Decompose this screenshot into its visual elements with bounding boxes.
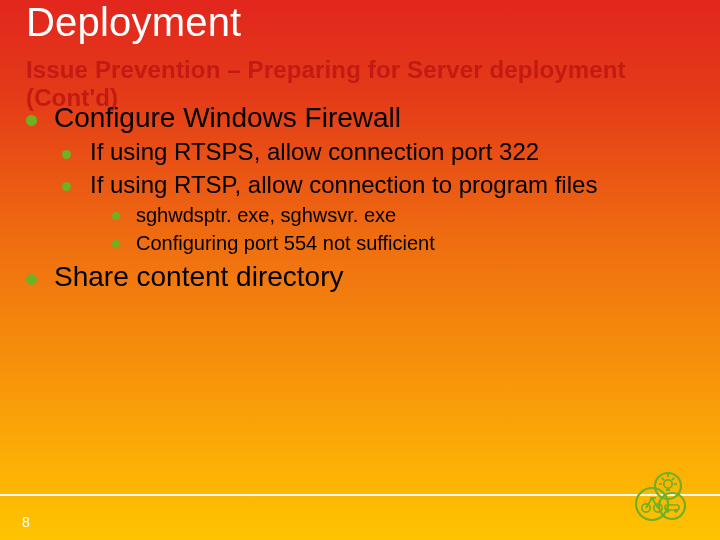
bullet-lvl1: Share content directory [26,261,696,293]
corner-badge-icon [626,462,696,532]
svg-line-13 [672,478,674,480]
spacer [26,255,696,259]
slide-title: Deployment [26,0,241,45]
bullet-icon [26,274,37,285]
footer-divider [0,494,720,496]
bullet-lvl2: If using RTSPS, allow connection port 32… [62,138,696,166]
bullet-text: Configure Windows Firewall [54,102,401,133]
bullet-lvl1: Configure Windows Firewall [26,102,696,134]
bullet-text: Configuring port 554 not sufficient [136,232,435,254]
svg-point-8 [664,480,672,488]
bullet-icon [26,115,37,126]
bullet-text: Share content directory [54,261,344,292]
page-number: 8 [22,514,30,530]
svg-line-12 [662,478,664,480]
bullet-lvl3: Configuring port 554 not sufficient [112,231,696,255]
bullet-text: sghwdsptr. exe, sghwsvr. exe [136,204,396,226]
bullet-lvl2: If using RTSP, allow connection to progr… [62,171,696,199]
svg-point-6 [666,509,670,513]
slide: Deployment Issue Prevention – Preparing … [0,0,720,540]
bullet-lvl3: sghwdsptr. exe, sghwsvr. exe [112,203,696,227]
svg-point-7 [674,509,678,513]
bullet-text: If using RTSPS, allow connection port 32… [90,138,539,165]
bullet-icon [112,212,120,220]
bullet-icon [62,150,71,159]
bullet-icon [62,182,71,191]
bullet-text: If using RTSP, allow connection to progr… [90,171,597,198]
slide-content: Configure Windows Firewall If using RTSP… [26,100,696,293]
bullet-icon [112,240,120,248]
